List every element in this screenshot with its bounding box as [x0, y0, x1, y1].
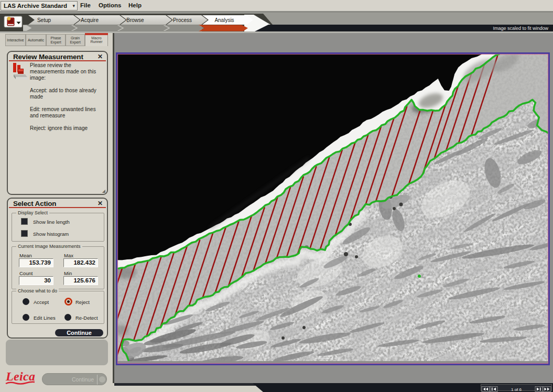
svg-text:Analysis: Analysis	[214, 17, 234, 23]
svg-text:Setup: Setup	[37, 17, 51, 23]
svg-text:Image scaled to fit window: Image scaled to fit window	[493, 26, 548, 31]
svg-text:Leica: Leica	[5, 369, 35, 383]
svg-text:Process: Process	[173, 17, 192, 23]
svg-text:1 of 6: 1 of 6	[511, 387, 522, 392]
svg-text:Browse: Browse	[126, 17, 144, 23]
svg-text:Acquire: Acquire	[81, 17, 99, 23]
